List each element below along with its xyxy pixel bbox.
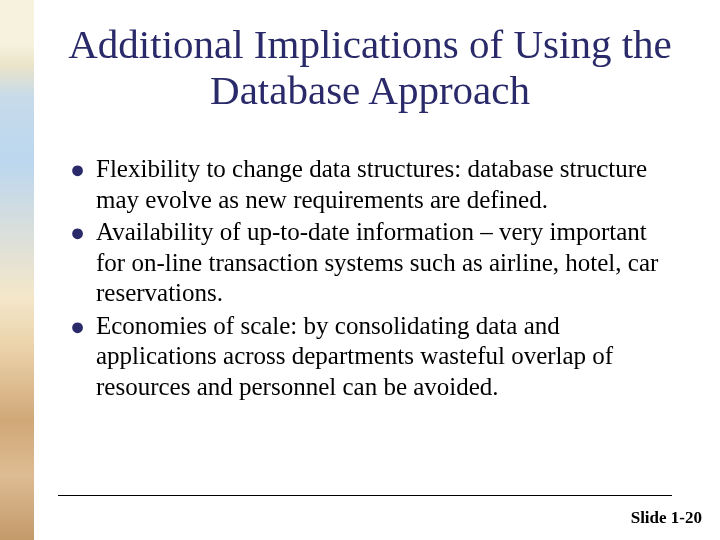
list-item: ● Flexibility to change data structures:… [70, 154, 668, 215]
bullet-text: Availability of up-to-date information –… [96, 218, 658, 306]
bullet-icon: ● [70, 155, 85, 186]
footer-divider [58, 495, 672, 496]
bullet-icon: ● [70, 218, 85, 249]
slide-title: Additional Implications of Using the Dat… [60, 22, 680, 114]
bullet-icon: ● [70, 312, 85, 343]
slide: Additional Implications of Using the Dat… [0, 0, 720, 540]
bullet-list: ● Flexibility to change data structures:… [70, 154, 668, 404]
slide-content: Additional Implications of Using the Dat… [0, 0, 720, 540]
list-item: ● Economies of scale: by consolidating d… [70, 311, 668, 403]
bullet-text: Economies of scale: by consolidating dat… [96, 312, 613, 400]
slide-number: Slide 1-20 [631, 508, 702, 528]
bullet-text: Flexibility to change data structures: d… [96, 155, 647, 213]
list-item: ● Availability of up-to-date information… [70, 217, 668, 309]
